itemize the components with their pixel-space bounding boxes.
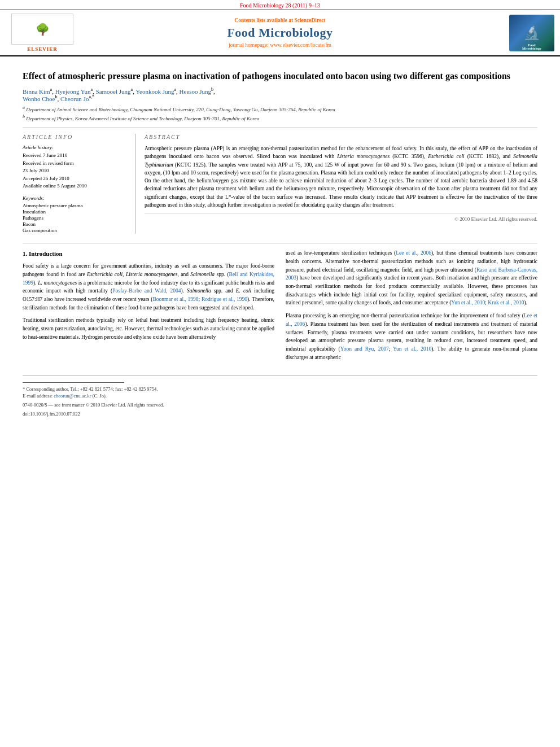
- author-1-sup: a: [50, 87, 53, 92]
- author-3-sup: a: [131, 87, 133, 92]
- author-6-sup: b: [55, 94, 57, 99]
- affil-b-text: Department of Physics, Korea Advanced In…: [26, 116, 259, 121]
- author-7[interactable]: Cheorun Jo: [60, 95, 89, 102]
- listeria-italic-2: L. monocytogenes: [38, 280, 77, 286]
- authors-line: Binna Kima, Hyejeong Yuna, Samooel Junga…: [23, 87, 537, 102]
- keyword-2: Inoculation: [23, 209, 128, 215]
- author-6[interactable]: Wonho Choe: [23, 95, 55, 102]
- keyword-4: Bacon: [23, 221, 128, 227]
- homepage-link[interactable]: www.elsevier.com/locate/fm: [270, 42, 331, 48]
- abstract-column: ABSTRACT Atmospheric pressure plasma (AP…: [145, 134, 537, 234]
- main-content: Effect of atmospheric pressure plasma on…: [0, 56, 560, 429]
- doi-line[interactable]: doi:10.1016/j.fm.2010.07.022: [23, 411, 537, 418]
- corresponding-author-note: * Corresponding author. Tel.: +82 42 821…: [23, 386, 537, 393]
- footer-divider: [23, 382, 124, 383]
- article-info-abstract-section: ARTICLE INFO Article history: Received 7…: [23, 128, 537, 234]
- salmonella-italic-2: Salmonella: [187, 288, 211, 294]
- intro-para-2: Traditional sterilization methods typica…: [23, 316, 274, 341]
- intro-heading: 1. Introduction: [23, 249, 274, 259]
- header-right-logo: FoodMicrobiology: [481, 15, 554, 51]
- elsevier-label: ELSEVIER: [27, 46, 58, 52]
- keyword-1: Atmospheric pressure plasma: [23, 203, 128, 208]
- article-history: Article history: Received 7 June 2010 Re…: [23, 145, 128, 190]
- ref-yoon-2007[interactable]: Yoon and Ryu, 2007: [340, 346, 389, 352]
- elsevier-tree-icon: 🌳: [36, 23, 50, 36]
- ref-rodrigue-1990[interactable]: Rodrigue et al., 1990: [202, 296, 247, 302]
- ecoli-italic-2: E. coli: [236, 288, 251, 294]
- journal-title: Food Microbiology: [79, 25, 481, 40]
- ref-lee-2006b[interactable]: Lee et al., 2006: [286, 313, 537, 327]
- header-center: Contents lists available at ScienceDirec…: [79, 18, 481, 48]
- ecoli-italic-1: Escherichia coli: [87, 272, 123, 277]
- header-left-logos: 🌳 ELSEVIER: [6, 14, 79, 52]
- sciencedirect-prefix: Contents lists available at: [234, 18, 294, 23]
- author-1[interactable]: Binna Kim: [23, 88, 50, 94]
- article-info-label: ARTICLE INFO: [23, 134, 128, 140]
- body-section: 1. Introduction Food safety is a large c…: [23, 249, 537, 366]
- copyright-line: © 2010 Elsevier Ltd. All rights reserved…: [145, 213, 537, 222]
- journal-citation-bar: Food Microbiology 28 (2011) 9–13: [0, 0, 560, 10]
- email-suffix: (C. Jo).: [91, 393, 107, 399]
- history-item-3: 23 July 2010: [23, 167, 128, 174]
- history-title: Article history:: [23, 145, 128, 150]
- right-para-2: Plasma processing is an emerging non-the…: [286, 312, 537, 361]
- section-divider: [23, 243, 537, 243]
- email-note: E-mail address: cheorun@cnu.ac.kr (C. Jo…: [23, 393, 537, 400]
- ref-yun-2010[interactable]: Yun et al., 2010: [451, 300, 485, 305]
- author-4-sup: a: [174, 87, 177, 92]
- author-2[interactable]: Hyejeong Yun: [55, 88, 91, 94]
- affiliations: a Department of Animal Science and Biote…: [23, 104, 537, 122]
- listeria-italic-1: Listeria monocytogenes: [126, 272, 178, 277]
- issn-line: 0740-0020/$ — see front matter © 2010 El…: [23, 402, 537, 409]
- body-right-column: used as low-temperature sterilization te…: [286, 249, 537, 366]
- author-5[interactable]: Heesoo Jung: [180, 88, 212, 94]
- ref-yun-2010b[interactable]: Yun et al., 2010: [393, 346, 431, 352]
- article-title: Effect of atmospheric pressure plasma on…: [23, 70, 537, 82]
- history-item-1: Received 7 June 2010: [23, 152, 128, 159]
- email-label: E-mail address:: [23, 393, 54, 399]
- homepage-prefix: journal homepage:: [229, 42, 270, 48]
- author-4[interactable]: Yeonkook Jung: [135, 88, 174, 94]
- journal-logo-image: FoodMicrobiology: [509, 15, 554, 51]
- corresponding-note-text: * Corresponding author. Tel.: +82 42 821…: [23, 386, 158, 392]
- ref-lee-2006a[interactable]: Lee et al., 2006: [396, 250, 431, 256]
- author-5-sup: b: [211, 87, 213, 92]
- pathogen-1-italic: Listeria monocytogenes: [337, 154, 390, 159]
- keyword-3: Pathogens: [23, 215, 128, 221]
- author-2-sup: a: [91, 87, 93, 92]
- body-left-column: 1. Introduction Food safety is a large c…: [23, 249, 274, 366]
- ref-kruk-2010[interactable]: Kruk et al., 2010: [488, 300, 524, 305]
- article-info-column: ARTICLE INFO Article history: Received 7…: [23, 134, 135, 234]
- keywords-label: Keywords:: [23, 195, 128, 201]
- abstract-text: Atmospheric pressure plasma (APP) is an …: [145, 145, 537, 209]
- ref-raso-2003[interactable]: Raso and Barbosa-Canovas, 2003: [286, 267, 537, 281]
- history-item-2: Received in revised form: [23, 160, 128, 167]
- ref-posfay-2004[interactable]: Posfay-Barbe and Wald, 2004: [112, 288, 181, 294]
- affil-a-text: Department of Animal Science and Biotech…: [26, 107, 335, 112]
- history-item-5: Available online 5 August 2010: [23, 182, 128, 190]
- author-3[interactable]: Samooel Jung: [96, 88, 131, 94]
- affil-b-sup: b: [23, 114, 25, 119]
- elsevier-logo-box: 🌳: [11, 14, 73, 45]
- pathogen-2-italic: Escherichia coli: [428, 154, 465, 159]
- journal-citation: Food Microbiology 28 (2011) 9–13: [240, 2, 320, 8]
- email-link[interactable]: cheorun@cnu.ac.kr: [54, 393, 91, 399]
- footer-section: * Corresponding author. Tel.: +82 42 821…: [23, 375, 537, 418]
- journal-homepage-line: journal homepage: www.elsevier.com/locat…: [79, 42, 481, 48]
- abstract-label: ABSTRACT: [145, 134, 537, 140]
- keyword-5: Gas composition: [23, 228, 128, 233]
- journal-logo-label: FoodMicrobiology: [509, 43, 554, 50]
- right-para-1: used as low-temperature sterilization te…: [286, 249, 537, 307]
- sciencedirect-line: Contents lists available at ScienceDirec…: [79, 18, 481, 23]
- intro-para-1: Food safety is a large concern for gover…: [23, 262, 274, 312]
- sciencedirect-link[interactable]: ScienceDirect: [294, 18, 325, 23]
- author-7-sup: a,*: [89, 94, 94, 99]
- affil-a-sup: a: [23, 105, 25, 110]
- salmonella-italic-1: Salmonella: [190, 272, 215, 277]
- journal-header: 🌳 ELSEVIER Contents lists available at S…: [0, 10, 560, 56]
- ref-boonmar-1998[interactable]: Boonmar et al., 1998: [152, 296, 198, 302]
- history-item-4: Accepted 26 July 2010: [23, 175, 128, 182]
- keywords-section: Keywords: Atmospheric pressure plasma In…: [23, 195, 128, 233]
